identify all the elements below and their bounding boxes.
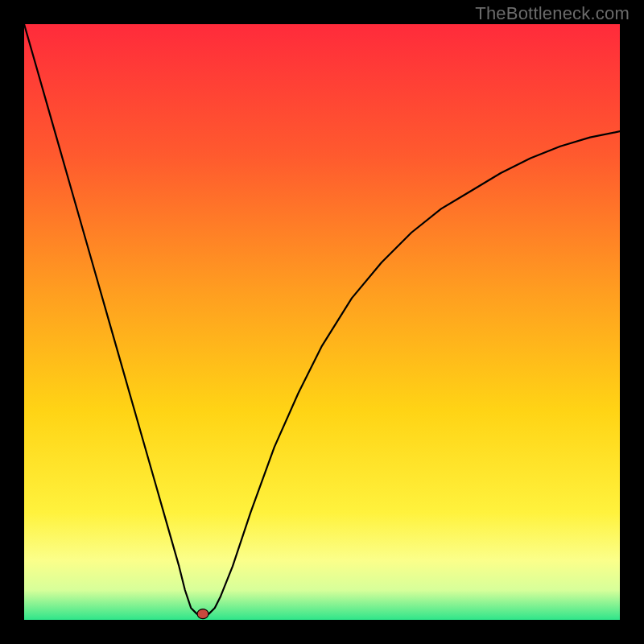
optimal-point-marker bbox=[197, 609, 208, 619]
gradient-background bbox=[24, 24, 620, 620]
watermark-text: TheBottleneck.com bbox=[475, 3, 630, 24]
bottleneck-chart bbox=[24, 24, 620, 620]
chart-container: TheBottleneck.com bbox=[0, 0, 644, 644]
plot-area bbox=[24, 24, 620, 620]
